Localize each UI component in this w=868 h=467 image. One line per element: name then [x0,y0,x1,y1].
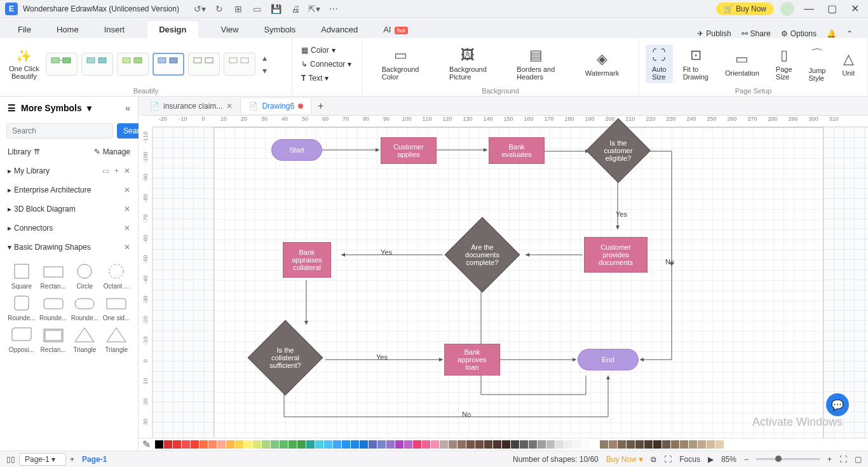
color-swatch[interactable] [440,440,448,449]
minimize-icon[interactable]: — [801,3,817,15]
color-swatch[interactable] [475,440,484,449]
publish-button[interactable]: ✈ Publish [697,29,731,38]
shape-bank-evaluates[interactable]: Bank evaluates [489,137,545,164]
buy-now-button[interactable]: 🛒 Buy Now [716,3,774,15]
lib-section-3d-block[interactable]: ▸ 3D Block Diagram✕ [0,200,138,219]
color-dropdown[interactable]: ▦ Color ▾ [299,44,355,56]
shape-square[interactable]: Square [6,262,37,290]
pin-icon[interactable]: ⇈ [34,147,40,156]
color-swatch[interactable] [253,440,261,449]
shape-rounde[interactable]: Rounde... [70,294,100,321]
color-swatch[interactable] [529,440,537,449]
active-page-label[interactable]: Page-1 [82,455,107,464]
background-picture-button[interactable]: 🖼Background Picture [443,44,493,83]
color-swatch[interactable] [582,440,590,449]
lib-add-icon[interactable]: ▭ [102,166,109,175]
color-swatch[interactable] [555,440,564,449]
color-swatch[interactable] [538,440,546,449]
lib-section-basic-shapes[interactable]: ▾ Basic Drawing Shapes✕ [0,238,138,257]
buy-now-status[interactable]: Buy Now ♥ [606,455,644,464]
color-swatch[interactable] [342,440,350,449]
shape-start[interactable]: Start [271,139,322,161]
color-swatch[interactable] [493,440,501,449]
lib-close-icon[interactable]: ✕ [124,166,130,175]
lib-section-connectors[interactable]: ▸ Connectors✕ [0,219,138,238]
menu-symbols[interactable]: Symbols [261,21,298,38]
shape-rectan[interactable]: Rectan... [38,262,69,290]
color-swatch[interactable] [413,440,421,449]
doc-tab-insurance[interactable]: 📄 insurance claim... ✕ [142,98,241,114]
color-swatch[interactable] [404,440,412,449]
color-swatch[interactable] [635,440,644,449]
canvas[interactable]: Start Customer applies Bank evaluates Is… [153,127,868,438]
color-swatch[interactable] [182,440,190,449]
shape-eligible[interactable]: Is the customer eligible? [586,118,651,183]
color-swatch[interactable] [244,440,252,449]
color-swatch[interactable] [449,440,457,449]
lib-close-icon[interactable]: ✕ [124,186,130,194]
menu-insert[interactable]: Insert [102,21,128,38]
add-tab-button[interactable]: + [311,98,330,114]
theme-preset-5[interactable] [188,53,220,76]
color-swatch[interactable] [360,440,368,449]
theme-preset-1[interactable] [46,53,78,76]
connector-dropdown[interactable]: ↳ Connector ▾ [299,58,355,70]
new-icon[interactable]: ⊞ [233,3,244,15]
color-swatch[interactable] [689,440,697,449]
color-swatch[interactable] [280,440,288,449]
color-swatch[interactable] [262,440,270,449]
color-swatch[interactable] [200,440,208,449]
color-swatch[interactable] [600,440,608,449]
save-icon[interactable]: 💾 [271,3,282,15]
theme-next-icon[interactable]: ▾ [259,65,271,76]
color-swatch[interactable] [306,440,315,449]
menu-home[interactable]: Home [54,21,81,38]
color-swatch[interactable] [208,440,217,449]
fullscreen-icon[interactable]: ▢ [855,455,862,464]
color-swatch[interactable] [226,440,234,449]
menu-ai[interactable]: AI hot [381,21,410,38]
color-swatch[interactable] [173,440,181,449]
fit-window-icon[interactable]: ⛶ [839,455,847,464]
color-swatch[interactable] [671,440,679,449]
one-click-beautify-button[interactable]: ✨ One Click Beautify [6,46,42,83]
presentation-icon[interactable]: ⛶ [664,455,672,464]
color-swatch[interactable] [591,440,599,449]
color-swatch[interactable] [217,440,226,449]
color-swatch[interactable] [164,440,172,449]
color-swatch[interactable] [698,440,706,449]
borders-headers-button[interactable]: ▤Borders and Headers [510,44,561,83]
jump-style-button[interactable]: ⌒Jump Style [803,43,832,85]
avatar-icon[interactable] [780,2,794,16]
shape-collateral[interactable]: Is the collateral sufficient? [248,320,323,396]
color-swatch[interactable] [386,440,395,449]
color-swatch[interactable] [297,440,306,449]
more-icon[interactable]: ⋯ [328,3,339,15]
color-swatch[interactable] [369,440,377,449]
options-button[interactable]: ⚙ Options [781,29,817,38]
theme-prev-icon[interactable]: ▴ [259,52,271,64]
shape-rounde[interactable]: Rounde... [38,294,69,321]
share-button[interactable]: ⚯ Share [742,29,771,38]
shape-provides-docs[interactable]: Customer provides documents [584,237,648,273]
zoom-in-icon[interactable]: + [827,455,832,464]
color-swatch[interactable] [288,440,297,449]
color-swatch[interactable] [431,440,439,449]
color-swatch[interactable] [466,440,475,449]
color-swatch[interactable] [422,440,430,449]
color-swatch[interactable] [680,440,688,449]
menu-file[interactable]: File [15,21,34,38]
shape-triangle[interactable]: Triangle [70,325,100,353]
shape-approves[interactable]: Bank approves loan [444,344,500,376]
redo-icon[interactable]: ↻ [214,3,225,15]
lib-close-icon[interactable]: ✕ [124,243,130,252]
eyedropper-icon[interactable]: ✎ [142,438,151,450]
shape-circle[interactable]: Circle [70,262,100,290]
shape-docs-complete[interactable]: Are the documents complete? [445,217,520,293]
lib-close-icon[interactable]: ✕ [124,224,130,233]
shape-end[interactable]: End [578,349,639,370]
color-swatch[interactable] [395,440,403,449]
shape-triangle[interactable]: Triangle [101,325,132,353]
orientation-button[interactable]: ▭Orientation [719,48,766,79]
theme-preset-2[interactable] [81,53,113,76]
